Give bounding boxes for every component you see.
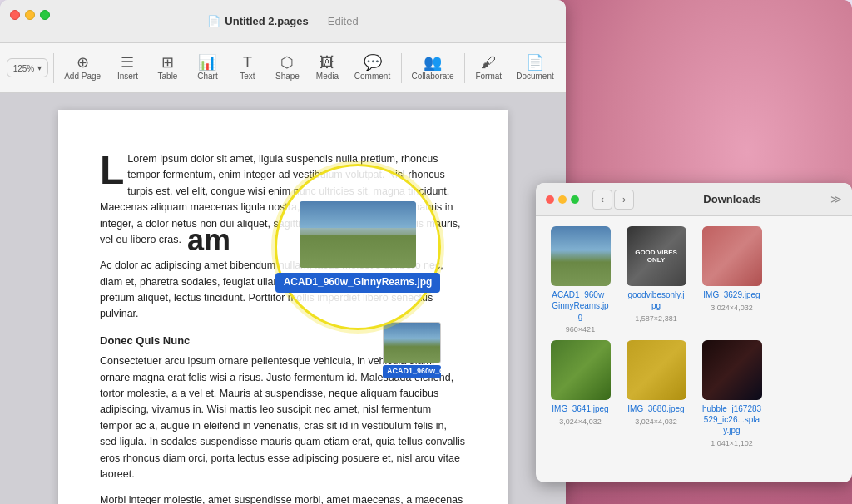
collaborate-icon: 👥: [424, 55, 442, 70]
dl-dims-goodvibes: 1,587×2,381: [635, 314, 676, 323]
partial-text-am: am: [187, 218, 230, 263]
dl-name-img3629: IMG_3629.jpeg: [703, 289, 760, 300]
window-title: 📄 Untitled 2.pages — Edited: [207, 15, 358, 27]
toolbar-separator-1: [53, 53, 54, 83]
dl-title: Downloads: [641, 193, 824, 205]
thumbnail-land: [300, 235, 416, 268]
toolbar-document[interactable]: 📄 Document: [511, 52, 559, 84]
shape-label: Shape: [275, 72, 300, 81]
collaborate-label: Collaborate: [412, 72, 454, 81]
dl-name-img3641: IMG_3641.jpeg: [552, 403, 608, 414]
table-label: Table: [158, 72, 178, 81]
dl-dims-img3629: 3,024×4,032: [711, 304, 752, 312]
document-edited: Edited: [328, 15, 359, 27]
chart-icon: 📊: [198, 55, 216, 70]
dl-item-acad[interactable]: ACAD1_960w_GinnyReams.jpg 960×421: [546, 226, 615, 334]
format-label: Format: [475, 72, 502, 81]
dl-thumb-hubble: [702, 340, 762, 400]
dl-name-goodvibes: goodvibesonly.jpg: [627, 289, 686, 311]
dl-thumb-img3629: [702, 226, 762, 286]
dl-back-button[interactable]: ‹: [592, 190, 612, 210]
toolbar-add-page[interactable]: ⊕ Add Page: [59, 52, 106, 84]
downloads-grid: ACAD1_960w_GinnyReams.jpg 960×421 GOOD V…: [536, 216, 852, 457]
dl-name-img3680: IMG_3680.jpeg: [627, 403, 684, 414]
toolbar-chart[interactable]: 📊 Chart: [189, 52, 225, 84]
close-button[interactable]: [10, 10, 20, 20]
toolbar-text[interactable]: T Text: [229, 52, 265, 84]
document-page: ACAD1_960w_GinnyReams.jpg am L Lorem ips…: [58, 110, 508, 504]
zoom-value: 125%: [13, 64, 35, 73]
toolbar: 125% ▾ ⊕ Add Page ☰ Insert ⊞ Table 📊 Cha…: [0, 43, 566, 93]
dl-thumb-img3680: [627, 340, 686, 400]
small-image-preview: ACAD1_960w_GinnyReams.jpg: [383, 322, 441, 363]
dl-name-acad: ACAD1_960w_GinnyReams.jpg: [551, 289, 611, 322]
dl-maximize-button[interactable]: [571, 195, 579, 204]
document-name: Untitled 2.pages: [225, 15, 308, 27]
minimize-button[interactable]: [25, 10, 35, 20]
dl-name-hubble: hubble_j167283529_ic26...splay.jpg: [702, 403, 762, 436]
dl-traffic-lights: [546, 195, 579, 204]
add-page-label: Add Page: [64, 72, 101, 81]
small-filename-badge: ACAD1_960w_GinnyReams.jpg: [383, 365, 441, 378]
document-area: ACAD1_960w_GinnyReams.jpg am L Lorem ips…: [0, 93, 566, 504]
document-settings-icon: 📄: [526, 55, 544, 70]
zoom-arrow-icon: ▾: [37, 63, 42, 72]
body-paragraph-4: Morbi integer molestie, amet suspendisse…: [100, 492, 466, 504]
toolbar-comment[interactable]: 💬 Comment: [349, 52, 395, 84]
shape-icon: ⬡: [280, 55, 294, 70]
insert-label: Insert: [117, 72, 138, 81]
insert-icon: ☰: [121, 55, 134, 70]
toolbar-shape[interactable]: ⬡ Shape: [269, 52, 305, 84]
toolbar-separator-3: [464, 53, 465, 83]
title-bar: 📄 Untitled 2.pages — Edited: [0, 0, 566, 43]
text-label: Text: [240, 72, 255, 81]
goodvibes-text: GOOD VIBES ONLY: [630, 245, 683, 267]
drop-cap-letter: L: [100, 155, 124, 186]
dl-dims-img3641: 3,024×4,032: [559, 418, 601, 426]
dl-item-empty: [773, 226, 842, 334]
zoom-control[interactable]: 125% ▾: [7, 58, 48, 77]
dl-minimize-button[interactable]: [558, 195, 567, 204]
media-label: Media: [316, 72, 339, 81]
toolbar-collaborate[interactable]: 👥 Collaborate: [406, 52, 458, 84]
format-icon: 🖌: [481, 55, 496, 70]
small-thumb: [383, 322, 441, 363]
dl-forward-button[interactable]: ›: [614, 190, 634, 210]
downloads-window: ‹ › Downloads ≫ ACAD1_960w_GinnyReams.jp…: [536, 183, 852, 482]
media-icon: 🖼: [320, 55, 334, 70]
chart-label: Chart: [197, 72, 217, 81]
dl-dims-img3680: 3,024×4,032: [635, 418, 676, 426]
comment-label: Comment: [354, 72, 390, 81]
add-page-icon: ⊕: [77, 55, 89, 70]
dl-item-img3629[interactable]: IMG_3629.jpeg 3,024×4,032: [697, 226, 766, 334]
dl-item-goodvibes[interactable]: GOOD VIBES ONLY goodvibesonly.jpg 1,587×…: [622, 226, 691, 334]
dl-thumb-goodvibes: GOOD VIBES ONLY: [627, 226, 686, 286]
document-label: Document: [516, 72, 554, 81]
table-icon: ⊞: [161, 55, 174, 70]
text-icon: T: [243, 55, 252, 70]
dl-dims-acad: 960×421: [566, 325, 595, 334]
toolbar-insert[interactable]: ☰ Insert: [109, 52, 146, 84]
comment-icon: 💬: [364, 55, 382, 70]
drop-filename-badge: ACAD1_960w_GinnyReams.jpg: [275, 273, 441, 293]
dl-navigation: ‹ ›: [592, 190, 634, 210]
document-icon: 📄: [207, 15, 220, 27]
dl-item-hubble[interactable]: hubble_j167283529_ic26...splay.jpg 1,041…: [697, 340, 766, 447]
toolbar-separator-2: [401, 53, 402, 83]
toolbar-format[interactable]: 🖌 Format: [470, 52, 508, 84]
dl-thumb-acad: [551, 226, 611, 286]
toolbar-media[interactable]: 🖼 Media: [309, 52, 345, 84]
downloads-titlebar: ‹ › Downloads ≫: [536, 183, 852, 216]
document-separator: —: [313, 15, 324, 27]
dl-item-img3680[interactable]: IMG_3680.jpeg 3,024×4,032: [622, 340, 691, 447]
pages-window: 📄 Untitled 2.pages — Edited 125% ▾ ⊕ Add…: [0, 0, 566, 504]
drop-target-circle[interactable]: ACAD1_960w_GinnyReams.jpg: [275, 164, 441, 330]
dl-thumb-img3641: [551, 340, 611, 400]
dl-more-button[interactable]: ≫: [830, 193, 842, 205]
dl-close-button[interactable]: [546, 195, 554, 204]
dl-item-img3641[interactable]: IMG_3641.jpeg 3,024×4,032: [546, 340, 615, 447]
toolbar-table[interactable]: ⊞ Table: [149, 52, 186, 84]
maximize-button[interactable]: [40, 10, 50, 20]
dl-dims-hubble: 1,041×1,102: [711, 439, 752, 447]
traffic-lights: [10, 10, 50, 20]
